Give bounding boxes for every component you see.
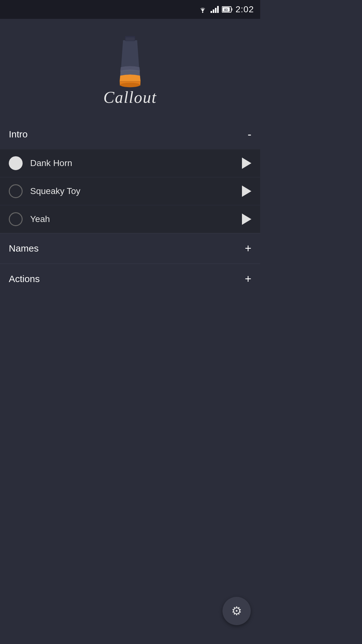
gear-icon: ⚙ (231, 604, 242, 618)
play-yeah[interactable] (242, 214, 251, 225)
status-bar: 83 2:02 (0, 0, 260, 19)
actions-section-title: Actions (9, 274, 40, 284)
svg-rect-2 (213, 9, 214, 13)
svg-rect-6 (231, 8, 233, 11)
actions-section-toggle: + (245, 273, 251, 285)
svg-rect-1 (211, 11, 212, 13)
app-name: Callout (103, 88, 157, 107)
sound-name-squeaky-toy: Squeaky Toy (30, 186, 242, 196)
play-squeaky-toy[interactable] (242, 186, 251, 197)
radio-squeaky-toy[interactable] (9, 184, 23, 198)
radio-yeah[interactable] (9, 212, 23, 226)
names-section-toggle: + (245, 243, 251, 254)
time-display: 2:02 (236, 4, 254, 14)
intro-section-title: Intro (9, 129, 28, 140)
svg-rect-4 (217, 6, 219, 13)
battery-icon: 83 (222, 6, 233, 13)
logo-area: Callout (0, 19, 260, 119)
signal-icon (211, 6, 219, 13)
sound-item-yeah[interactable]: Yeah (0, 205, 260, 233)
settings-fab[interactable]: ⚙ (222, 597, 251, 625)
svg-rect-10 (126, 37, 135, 41)
sound-name-yeah: Yeah (30, 214, 242, 224)
names-section-header[interactable]: Names + (0, 233, 260, 264)
sound-item-dank-horn[interactable]: Dank Horn (0, 149, 260, 177)
status-icons: 83 2:02 (198, 4, 254, 14)
svg-point-0 (202, 12, 203, 13)
sound-name-dank-horn: Dank Horn (30, 158, 242, 168)
wifi-icon (198, 6, 207, 13)
radio-dank-horn[interactable] (9, 156, 23, 170)
intro-section-header[interactable]: Intro - (0, 119, 260, 149)
svg-point-11 (120, 83, 140, 87)
sound-list: Dank Horn Squeaky Toy Yeah (0, 149, 260, 233)
sound-item-squeaky-toy[interactable]: Squeaky Toy (0, 177, 260, 205)
intro-section-toggle: - (248, 129, 251, 140)
app-logo-image (111, 35, 149, 91)
svg-text:83: 83 (224, 8, 228, 12)
play-dank-horn[interactable] (242, 158, 251, 169)
svg-rect-3 (215, 8, 217, 13)
actions-section-header[interactable]: Actions + (0, 264, 260, 294)
names-section-title: Names (9, 243, 39, 254)
